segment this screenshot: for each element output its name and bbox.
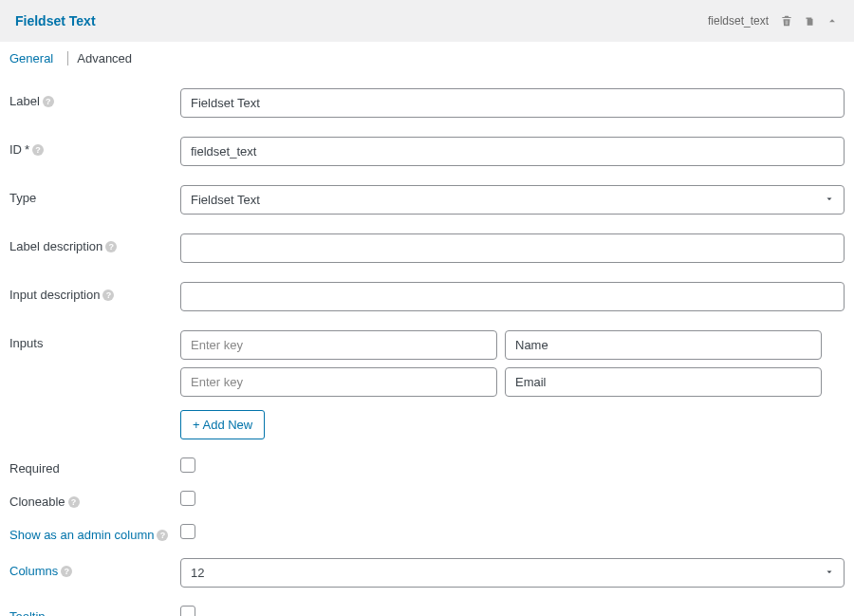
- label-text: Cloneable: [9, 495, 65, 509]
- help-icon[interactable]: ?: [32, 144, 44, 156]
- id-input[interactable]: [180, 137, 845, 166]
- help-icon[interactable]: ?: [157, 530, 168, 541]
- columns-select[interactable]: 12: [180, 558, 845, 588]
- label-input[interactable]: [180, 88, 845, 118]
- field-label: Label ?: [9, 88, 180, 108]
- input-value[interactable]: [505, 330, 822, 360]
- trash-icon[interactable]: [780, 14, 793, 28]
- field-label: Tooltip: [9, 604, 180, 616]
- label-text[interactable]: Columns: [9, 564, 58, 578]
- row-id: ID* ?: [9, 127, 845, 176]
- field-label: Inputs: [9, 330, 180, 350]
- inputs-grid: + Add New: [180, 330, 845, 439]
- label-text: Label: [9, 94, 40, 108]
- panel-title: Fieldset Text: [15, 13, 96, 28]
- field-label: Label description ?: [9, 233, 180, 253]
- inputs-pair: [180, 367, 845, 397]
- help-icon[interactable]: ?: [102, 289, 114, 301]
- label-text[interactable]: Show as an admin column: [9, 528, 154, 542]
- panel-header: Fieldset Text fieldset_text: [0, 0, 854, 42]
- help-icon[interactable]: ?: [43, 96, 54, 107]
- panel-slug: fieldset_text: [708, 14, 769, 28]
- tab-general[interactable]: General: [9, 51, 62, 65]
- panel-header-actions: fieldset_text: [708, 14, 839, 28]
- label-desc-input[interactable]: [180, 233, 845, 263]
- field-label: ID* ?: [9, 137, 180, 157]
- label-text: Label description: [9, 239, 102, 253]
- help-icon[interactable]: ?: [105, 241, 117, 252]
- label-text: Type: [9, 191, 36, 205]
- tooltip-checkbox[interactable]: [180, 606, 195, 616]
- field-label: Type: [9, 185, 180, 205]
- row-cloneable: Cloneable ?: [9, 482, 845, 515]
- row-input-desc: Input description ?: [9, 272, 845, 321]
- field-label: Required: [9, 456, 180, 476]
- input-desc-input[interactable]: [180, 282, 845, 311]
- input-key[interactable]: [180, 330, 497, 360]
- label-text: ID: [9, 142, 22, 157]
- row-admin-column: Show as an admin column ?: [9, 515, 845, 549]
- help-icon[interactable]: ?: [61, 566, 72, 577]
- help-icon[interactable]: ?: [68, 496, 80, 508]
- tabs: General Advanced: [0, 42, 854, 71]
- required-star: *: [25, 142, 29, 157]
- row-tooltip: Tooltip: [9, 597, 845, 616]
- row-label: Label ?: [9, 79, 845, 127]
- row-type: Type Fieldset Text: [9, 176, 845, 224]
- admin-column-checkbox[interactable]: [180, 524, 195, 539]
- form-body: Label ? ID* ? Type Fieldset Text: [0, 71, 854, 616]
- row-inputs: Inputs + Add New: [9, 321, 845, 449]
- collapse-icon[interactable]: [826, 14, 839, 28]
- required-checkbox[interactable]: [180, 457, 195, 473]
- tab-advanced[interactable]: Advanced: [67, 51, 140, 65]
- type-select[interactable]: Fieldset Text: [180, 185, 845, 215]
- label-text: Required: [9, 461, 60, 476]
- field-label: Cloneable ?: [9, 489, 180, 509]
- cloneable-checkbox[interactable]: [180, 491, 195, 506]
- label-text: Input description: [9, 288, 100, 302]
- row-label-desc: Label description ?: [9, 224, 845, 272]
- field-label: Input description ?: [9, 282, 180, 302]
- field-label: Show as an admin column ?: [9, 522, 180, 542]
- copy-icon[interactable]: [803, 14, 816, 28]
- row-columns: Columns ? 12: [9, 549, 845, 597]
- label-text: Inputs: [9, 336, 43, 350]
- add-new-button[interactable]: + Add New: [180, 410, 265, 439]
- field-label: Columns ?: [9, 558, 180, 578]
- input-value[interactable]: [505, 367, 822, 397]
- inputs-pair: [180, 330, 845, 360]
- input-key[interactable]: [180, 367, 497, 397]
- label-text[interactable]: Tooltip: [9, 609, 46, 616]
- row-required: Required: [9, 449, 845, 482]
